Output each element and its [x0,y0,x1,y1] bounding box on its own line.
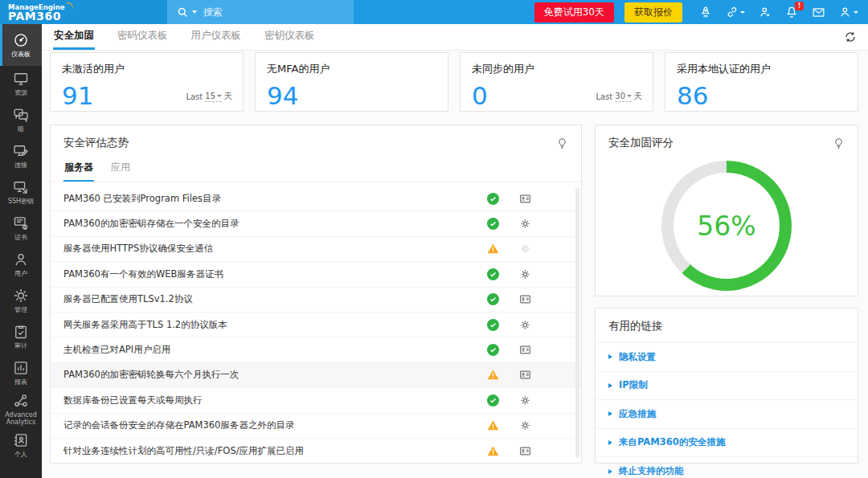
configure-gear-icon[interactable] [520,243,530,254]
sidebar-item-reports[interactable]: 报表 [0,355,42,391]
chevron-down-icon [627,95,632,97]
reports-icon [13,360,29,376]
tab-key-dashboard[interactable]: 密钥仪表板 [264,24,316,50]
stat-value: 86 [677,84,846,108]
sidebar-label: 个人 [14,451,27,458]
assessment-row[interactable]: 针对业务连续性计划的高可用性/只读/FOS/应用扩展已启用 [51,439,581,462]
assessment-subtabs: 服务器 应用 [51,155,581,182]
sidebar-item-advanced-analytics[interactable]: Advanced Analytics [0,391,42,427]
check-text: 针对业务连续性计划的高可用性/只读/FOS/应用扩展已启用 [63,445,483,457]
sidebar-item-resources[interactable]: 资源 [0,66,42,102]
sidebar-item-connections[interactable]: 连接 [0,138,42,174]
details-card-icon[interactable] [519,445,531,457]
link-emergency-measures[interactable]: 应急措施 [596,400,858,429]
configure-gear-icon[interactable] [520,320,530,330]
details-card-icon[interactable] [519,344,531,356]
assessment-row[interactable]: 主机检查已对API用户启用 [51,337,581,362]
subtab-applications[interactable]: 应用 [110,157,131,182]
link-label: 终止支持的功能 [619,465,684,477]
score-donut-chart: 56% [661,161,792,291]
search-input[interactable] [203,6,324,18]
success-check-icon [487,218,499,230]
sidebar-item-certificates[interactable]: 证书 [0,210,42,247]
useful-links-panel: 有用的链接 隐私设置 IP限制 应急措施 来自PAM360的安全措施 终止支持的… [595,308,858,464]
link-icon[interactable] [726,6,745,18]
triangle-bullet-icon [608,440,612,445]
sidebar-item-audit[interactable]: 审计 [0,319,42,355]
user-star-icon[interactable] [759,6,772,18]
stat-card-local-auth-users[interactable]: 采用本地认证的用户 86 [665,52,858,112]
assessment-row[interactable]: PAM360 已安装到Program Files目录 [51,186,581,211]
assessment-row[interactable]: 服务器使用HTTPS协议确保安全通信 [51,237,581,262]
configure-gear-icon[interactable] [520,219,530,229]
sidebar-item-ssh-keys[interactable]: SSH密钥 [0,174,42,210]
search-icon[interactable] [177,6,189,18]
link-pam360-security-measures[interactable]: 来自PAM360的安全措施 [596,429,858,458]
profile-caret-icon [854,11,858,14]
sidebar-label: 仪表板 [11,51,31,58]
refresh-icon[interactable] [844,24,857,50]
sidebar-item-groups[interactable]: 组 [0,102,42,138]
warning-icon [487,419,499,431]
notification-badge: ! [795,2,804,10]
configure-gear-icon[interactable] [520,420,530,431]
bell-icon[interactable]: ! [785,6,798,18]
assessment-row[interactable]: 数据库备份已设置每天或每周执行 [51,388,581,413]
search-scope-caret-icon[interactable] [192,10,197,14]
global-search[interactable] [167,0,354,24]
analytics-icon [13,393,29,409]
stat-title: 采用本地认证的用户 [677,62,846,76]
assessment-row[interactable]: PAM360的加密密钥存储在一个安全的目录 [51,211,581,236]
triangle-bullet-icon [608,469,612,474]
mail-icon[interactable] [812,6,825,19]
stat-title: 未同步的用户 [472,62,641,76]
assessment-row[interactable]: 网关服务器采用高于TLS 1.2的协议版本 [51,313,581,337]
profile-icon[interactable] [839,6,858,18]
tab-user-dashboard[interactable]: 用户仪表板 [190,24,243,50]
configure-gear-icon[interactable] [520,395,530,406]
link-ip-restrictions[interactable]: IP限制 [596,372,858,401]
sidebar-item-admin[interactable]: 管理 [0,283,42,319]
monitor-icon [13,71,29,87]
personal-icon [13,432,29,448]
assessment-row[interactable]: PAM360有一个有效的WEB服务器证书 [51,262,581,287]
assessment-row[interactable]: 服务器已配置使用TLSv1.2协议 [51,288,581,313]
stat-title: 无MFA的用户 [267,62,436,76]
connections-icon [13,143,29,159]
check-text: PAM360的加密密钥轮换每六个月执行一次 [63,369,483,381]
details-card-icon[interactable] [519,293,531,305]
scrollbar[interactable] [575,188,579,458]
details-card-icon[interactable] [519,193,531,205]
stat-card-unsynced-users[interactable]: 未同步的用户 0 Last 30 天 [460,52,653,112]
tip-bulb-icon[interactable] [556,137,568,149]
period-dropdown[interactable]: 15 [205,92,222,102]
app-logo[interactable]: ManageEngine PAM360 [0,0,167,24]
period-dropdown[interactable]: 30 [615,92,632,102]
stat-cards-row: 未激活的用户 91 Last 15 天 无MFA的用户 94 未同步的用户 0 … [50,52,858,112]
configure-gear-icon[interactable] [520,269,530,280]
link-label: 隐私设置 [619,351,656,363]
tab-security-hardening[interactable]: 安全加固 [53,24,95,50]
assessment-row[interactable]: PAM360的加密密钥轮换每六个月执行一次 [51,363,581,388]
free-trial-button[interactable]: 免费试用30天 [534,2,614,22]
stat-title: 未激活的用户 [62,62,231,76]
details-card-icon[interactable] [519,369,531,381]
link-deprecated-features[interactable]: 终止支持的功能 [596,457,858,478]
stat-card-inactive-users[interactable]: 未激活的用户 91 Last 15 天 [50,52,244,112]
success-check-icon [487,268,499,280]
rocket-icon[interactable] [699,6,712,18]
subtab-servers[interactable]: 服务器 [63,157,94,182]
link-label: 来自PAM360的安全措施 [619,436,725,448]
sidebar-label: Advanced Analytics [5,411,37,426]
assessment-row[interactable]: 记录的会话备份安全的存储在PAM360服务器之外的目录 [51,414,581,439]
success-check-icon [487,394,499,407]
panel-title: 安全加固评分 [608,136,674,150]
sidebar-item-personal[interactable]: 个人 [0,427,42,464]
link-privacy-settings[interactable]: 隐私设置 [596,343,858,372]
sidebar-item-dashboard[interactable]: 仪表板 [0,24,42,66]
tab-password-dashboard[interactable]: 密码仪表板 [117,24,169,50]
get-quote-button[interactable]: 获取报价 [624,2,682,22]
tip-bulb-icon[interactable] [833,137,845,149]
stat-card-no-mfa-users[interactable]: 无MFA的用户 94 [255,52,448,112]
sidebar-item-users[interactable]: 用户 [0,247,42,283]
